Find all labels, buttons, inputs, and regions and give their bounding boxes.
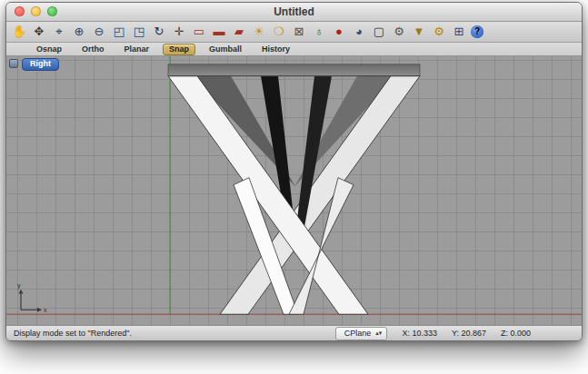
title-bar: Untitled [6,3,582,22]
viewport-canvas[interactable]: x y Right [6,56,582,325]
material-sphere-icon[interactable]: ◕ [351,24,367,40]
lock-icon[interactable]: ⊠ [291,24,307,40]
minimize-button[interactable] [31,6,41,16]
zoom-out-icon[interactable]: ⊖ [91,24,107,40]
zoom-window-icon[interactable]: ◰ [111,24,127,40]
cplane-label: CPlane [344,328,372,339]
gumball-button[interactable]: Gumball [203,44,248,55]
earth-icon[interactable]: ♁ [311,24,327,40]
move-icon[interactable]: ✥ [31,24,47,40]
window-title: Untitled [274,5,314,18]
history-button[interactable]: History [255,44,296,55]
options-gears-icon[interactable]: ⚙ [431,24,447,40]
coordinate-y: Y: 20.867 [452,329,486,338]
mode-bar: Osnap Ortho Planar Snap Gumball History [6,43,582,56]
gear-icon[interactable]: ⚙ [391,24,407,40]
ortho-button[interactable]: Ortho [75,44,111,55]
filter-icon[interactable]: ▼ [411,24,427,40]
cplane-dropdown[interactable]: CPlane ▴▾ [335,327,388,340]
help-icon[interactable]: ? [471,25,483,38]
table-leg-center-dark-left [261,76,296,242]
pan-view-icon[interactable]: ✛ [171,24,187,40]
viewport-title-tab[interactable]: Right [22,58,59,71]
table-leg-center-dark-right [294,76,332,242]
status-right-cluster: CPlane ▴▾ X: 10.333 Y: 20.867 Z: 0.000 [335,327,531,340]
pan-hand-icon[interactable]: ✋ [11,24,27,40]
status-bar: Display mode set to "Rendered". CPlane ▴… [6,325,582,340]
table-leg-cross-left [168,76,368,315]
planar-button[interactable]: Planar [118,44,156,55]
table-leg-far-right [294,76,396,187]
y-axis-label: y [17,282,21,290]
lights-icon[interactable]: ☀ [251,24,267,40]
viewport-menu-icon[interactable] [9,59,18,68]
wireframe-display-icon[interactable]: ▭ [191,24,207,40]
axes-widget: x y [17,282,47,313]
x-axis-label: x [44,307,47,313]
zoom-button[interactable] [47,6,57,16]
main-toolbar: ✋ ✥ ⌖ ⊕ ⊖ ◰ ◳ ↻ ✛ ▭ ▬ ▰ ☀ ❍ ⊠ ♁ ● ◕ ▢ ⚙ … [6,22,582,43]
table-top-edge [168,75,420,76]
shaded-display-icon[interactable]: ▬ [211,24,227,40]
zoom-dynamic-icon[interactable]: ⌖ [51,24,67,40]
dropdown-arrows-icon: ▴▾ [375,328,382,339]
table-leg-front-right [289,178,354,314]
table-leg-cross-right [220,76,420,315]
app-window: Untitled ✋ ✥ ⌖ ⊕ ⊖ ◰ ◳ ↻ ✛ ▭ ▬ ▰ ☀ ❍ ⊠ ♁… [5,2,583,341]
monitor-icon[interactable]: ▢ [371,24,387,40]
table-top [168,64,420,76]
coordinate-z: Z: 0.000 [501,329,531,338]
close-button[interactable] [15,6,25,16]
zoom-extents-icon[interactable]: ◳ [131,24,147,40]
viewport-render: x y [6,56,582,325]
coordinate-x: X: 10.333 [402,329,437,338]
render-sphere-icon[interactable]: ● [331,24,347,40]
table-leg-far-left [192,76,295,187]
status-message: Display mode set to "Rendered". [14,329,132,338]
zoom-in-icon[interactable]: ⊕ [71,24,87,40]
osnap-button[interactable]: Osnap [30,44,68,55]
gumball-widget-icon[interactable]: ⊞ [451,24,467,40]
rendered-display-icon[interactable]: ▰ [231,24,247,40]
rotate-view-icon[interactable]: ↻ [151,24,167,40]
traffic-lights [15,6,57,16]
table-leg-front-left [234,178,298,314]
snap-button[interactable]: Snap [163,44,195,55]
lamp-icon[interactable]: ❍ [271,24,287,40]
